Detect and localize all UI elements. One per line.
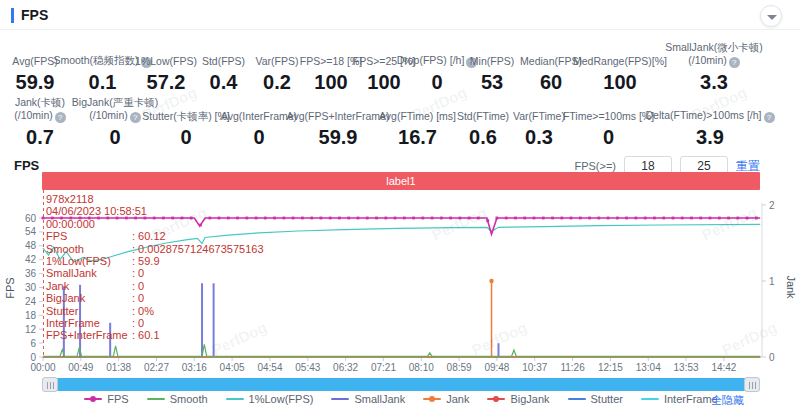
svg-text:07:21: 07:21: [371, 362, 396, 373]
metric-label: FTime>=100ms [%]: [567, 96, 650, 123]
panel-header: FPS: [0, 0, 800, 30]
metric-value: 0: [150, 126, 222, 148]
legend-item-fps[interactable]: FPS: [84, 393, 128, 405]
metric-cell: SmallJank(微小卡顿)(/10min)?3.3: [658, 41, 770, 93]
chart-section-title: FPS: [14, 158, 39, 173]
metric-cell: 1%Low(FPS)57.2: [135, 41, 197, 93]
metric-label: Smooth(稳频指数)?: [70, 41, 135, 68]
metric-cell: Stutter(卡顿率) [%]0: [150, 96, 222, 148]
metric-cell: Var(FTime)0.3: [511, 96, 567, 148]
metric-label: Min(FPS): [464, 41, 520, 68]
svg-text:04:54: 04:54: [257, 362, 282, 373]
perfdog-fps-panel: FPS Avg(FPS)59.9Smooth(稳频指数)?0.11%Low(FP…: [0, 0, 800, 408]
svg-text:0: 0: [769, 352, 775, 363]
legend-item-jank[interactable]: Jank: [423, 393, 469, 405]
metric-value: 0: [80, 126, 150, 148]
metric-value: 59.9: [296, 126, 380, 148]
legend-marker-icon: [568, 398, 586, 400]
svg-text:1: 1: [769, 276, 775, 287]
svg-text:10:37: 10:37: [522, 362, 547, 373]
legend-item-smalljank[interactable]: SmallJank: [331, 393, 405, 405]
metric-value: 100: [358, 71, 410, 93]
hide-all-link[interactable]: 全隐藏: [711, 393, 744, 408]
legend-item-smooth[interactable]: Smooth: [147, 393, 208, 405]
metric-value: 60: [520, 71, 582, 93]
svg-text:11:26: 11:26: [560, 362, 585, 373]
metric-label: SmallJank(微小卡顿)(/10min)?: [658, 41, 770, 68]
metric-value: 16.7: [380, 126, 455, 148]
chart-scrollbar-track[interactable]: [42, 378, 760, 391]
legend-label: FPS: [107, 393, 128, 405]
svg-text:0: 0: [30, 352, 36, 363]
legend-item-1-low-fps-[interactable]: 1%Low(FPS): [226, 393, 314, 405]
legend-marker-icon: [226, 398, 244, 400]
legend-label: Jank: [446, 393, 469, 405]
svg-text:03:16: 03:16: [182, 362, 207, 373]
svg-text:02:27: 02:27: [144, 362, 169, 373]
svg-text:14:42: 14:42: [711, 362, 736, 373]
scrollbar-handle-left[interactable]: [42, 377, 58, 392]
legend-marker-icon: [641, 398, 659, 400]
metric-cell: Std(FTime)0.6: [455, 96, 511, 148]
legend-item-bigjank[interactable]: BigJank: [487, 393, 549, 405]
metric-label: Avg(FPS+InterFrame): [296, 96, 380, 123]
svg-text:00:49: 00:49: [68, 362, 93, 373]
legend-label: 1%Low(FPS): [249, 393, 314, 405]
help-icon[interactable]: ?: [729, 57, 740, 68]
scrollbar-handle-right[interactable]: [744, 377, 760, 392]
svg-text:42: 42: [25, 254, 37, 265]
legend-item-interframe[interactable]: InterFrame: [641, 393, 718, 405]
svg-text:54: 54: [25, 226, 37, 237]
metric-cell: Drop(FPS) [/h]?0: [410, 41, 464, 93]
metric-label: Drop(FPS) [/h]?: [410, 41, 464, 68]
svg-text:00:00: 00:00: [30, 362, 55, 373]
metric-label: Delta(FTime)>100ms [/h]?: [650, 96, 770, 123]
help-icon[interactable]: ?: [130, 112, 141, 123]
metric-value: 3.3: [658, 71, 770, 93]
metric-label: FPS>=18 [%]: [304, 41, 358, 68]
metric-cell: Avg(InterFrame)0: [222, 96, 296, 148]
svg-text:04:05: 04:05: [220, 362, 245, 373]
fps-chart[interactable]: 0612182430364248546001200:0000:4901:3802…: [0, 190, 800, 378]
svg-text:05:43: 05:43: [295, 362, 320, 373]
metric-label: BigJank(严重卡顿)(/10min)?: [80, 96, 150, 123]
metric-cell: Smooth(稳频指数)?0.1: [70, 41, 135, 93]
metric-value: 0: [567, 126, 650, 148]
svg-text:12:15: 12:15: [598, 362, 623, 373]
metric-value: 100: [304, 71, 358, 93]
metric-label: MedRange(FPS)[%]: [582, 41, 658, 68]
metric-value: 57.2: [135, 71, 197, 93]
legend-marker-icon: [423, 398, 441, 400]
svg-text:36: 36: [25, 268, 37, 279]
metric-cell: Delta(FTime)>100ms [/h]?3.9: [650, 96, 770, 148]
svg-text:06:32: 06:32: [333, 362, 358, 373]
metric-value: 0.4: [197, 71, 250, 93]
svg-text:12: 12: [25, 324, 37, 335]
svg-text:60: 60: [25, 213, 37, 224]
metric-label: Avg(InterFrame): [222, 96, 296, 123]
title-accent-bar: [11, 8, 14, 23]
svg-text:Jank: Jank: [785, 275, 797, 299]
metric-value: 3.9: [650, 126, 770, 148]
svg-text:24: 24: [25, 296, 37, 307]
metric-label: 1%Low(FPS): [135, 41, 197, 68]
metric-label: Std(FTime): [455, 96, 511, 123]
svg-text:6: 6: [30, 338, 36, 349]
metric-value: 0: [410, 71, 464, 93]
legend-item-stutter[interactable]: Stutter: [568, 393, 623, 405]
help-icon[interactable]: ?: [55, 112, 66, 123]
metric-value: 0.2: [250, 71, 304, 93]
page-title: FPS: [21, 7, 48, 23]
metric-value: 0.6: [455, 126, 511, 148]
legend-label: Smooth: [170, 393, 208, 405]
metric-label: Var(FPS): [250, 41, 304, 68]
metric-cell: Avg(FPS+InterFrame)59.9: [296, 96, 380, 148]
metric-cell: BigJank(严重卡顿)(/10min)?0: [80, 96, 150, 148]
metric-cell: Min(FPS)53: [464, 41, 520, 93]
metric-cell: Jank(卡顿)(/10min)?0.7: [0, 96, 80, 148]
metric-label: Stutter(卡顿率) [%]: [150, 96, 222, 123]
collapse-button[interactable]: [760, 5, 782, 27]
metric-value: 100: [582, 71, 658, 93]
help-icon[interactable]: ?: [764, 112, 775, 123]
metric-value: 53: [464, 71, 520, 93]
